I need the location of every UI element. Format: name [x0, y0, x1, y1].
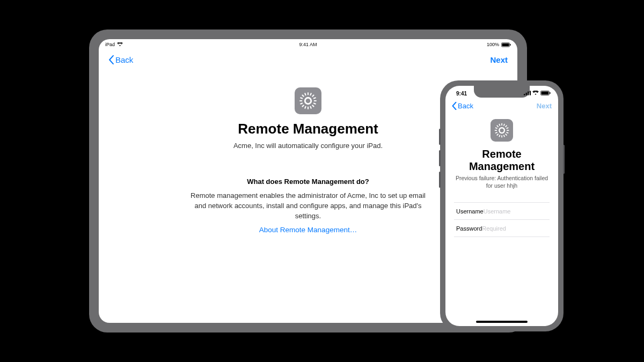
- iphone-device-frame: 9:41 Back Next: [440, 80, 564, 331]
- error-message: Previous failure: Authentication failed …: [454, 175, 550, 189]
- section-heading: What does Remote Management do?: [163, 178, 453, 186]
- svg-rect-24: [541, 91, 548, 94]
- section-body: Remote management enables the administra…: [190, 191, 426, 221]
- next-label: Next: [490, 55, 508, 64]
- page-title: Remote Management: [163, 121, 453, 137]
- battery-icon: [540, 91, 551, 97]
- next-label: Next: [537, 102, 552, 110]
- username-input[interactable]: [484, 208, 558, 215]
- password-row: Password: [454, 220, 550, 237]
- ipad-nav-bar: Back Next: [99, 50, 517, 69]
- next-button[interactable]: Next: [490, 55, 508, 64]
- about-remote-management-link[interactable]: About Remote Management…: [163, 226, 453, 234]
- chevron-left-icon: [452, 102, 457, 110]
- chevron-left-icon: [108, 55, 114, 64]
- page-title: Remote Management: [454, 148, 550, 173]
- iphone-status-bar: 9:41: [445, 88, 558, 99]
- iphone-content: Remote Management Previous failure: Auth…: [445, 119, 558, 237]
- svg-rect-18: [510, 43, 510, 45]
- status-battery-label: 100%: [487, 42, 499, 47]
- status-time: 9:41: [453, 91, 467, 97]
- svg-rect-21: [528, 91, 529, 95]
- iphone-screen: 9:41 Back Next: [445, 86, 558, 326]
- svg-rect-22: [530, 91, 531, 95]
- ipad-status-bar: iPad 9:41 AM 100%: [99, 39, 517, 49]
- status-time: 9:41 AM: [299, 42, 317, 47]
- svg-rect-19: [524, 93, 525, 95]
- home-indicator[interactable]: [476, 321, 528, 323]
- back-label: Back: [458, 102, 473, 110]
- svg-rect-25: [550, 92, 550, 94]
- next-button[interactable]: Next: [537, 102, 552, 110]
- username-label: Username: [456, 208, 484, 215]
- svg-rect-20: [526, 92, 527, 95]
- credential-fields: Username Password: [454, 202, 550, 237]
- wifi-icon: [532, 91, 539, 97]
- username-row: Username: [454, 203, 550, 220]
- gear-icon: [295, 87, 321, 114]
- password-label: Password: [456, 225, 482, 232]
- svg-rect-17: [502, 43, 509, 46]
- status-device-label: iPad: [105, 42, 115, 47]
- iphone-nav-bar: Back Next: [445, 102, 558, 110]
- back-button[interactable]: Back: [452, 102, 473, 110]
- page-subtitle: Acme, Inc will automatically configure y…: [163, 142, 453, 150]
- back-label: Back: [115, 55, 133, 64]
- wifi-icon: [117, 42, 123, 47]
- back-button[interactable]: Back: [108, 55, 133, 64]
- battery-icon: [501, 42, 511, 47]
- cellular-icon: [524, 91, 531, 97]
- gear-icon: [491, 119, 513, 142]
- password-input[interactable]: [482, 225, 556, 232]
